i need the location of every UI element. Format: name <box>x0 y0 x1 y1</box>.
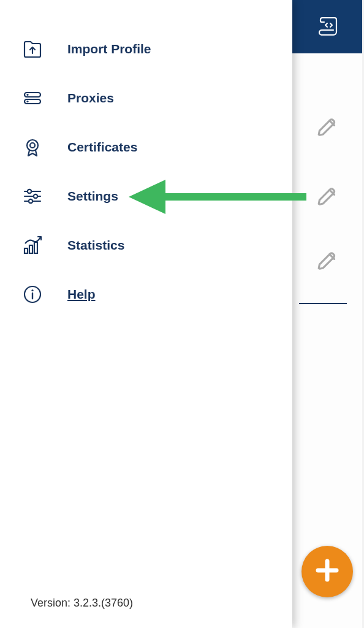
import-icon <box>21 37 44 61</box>
menu-item-label: Import Profile <box>67 42 151 56</box>
menu-item-label: Help <box>67 287 96 302</box>
svg-point-7 <box>30 143 35 148</box>
menu-item-proxies[interactable]: Proxies <box>0 74 292 123</box>
add-button[interactable] <box>301 546 353 597</box>
svg-point-4 <box>26 94 28 96</box>
background-panel <box>294 55 364 628</box>
svg-point-5 <box>26 101 28 102</box>
version-text: Version: 3.2.3.(3760) <box>31 597 133 610</box>
menu-item-certificates[interactable]: Certificates <box>0 123 292 172</box>
menu-item-help[interactable]: Help <box>0 270 292 319</box>
svg-rect-15 <box>29 245 32 253</box>
header-script-button[interactable] <box>292 0 364 53</box>
svg-point-9 <box>28 190 31 193</box>
plus-icon <box>313 556 341 587</box>
divider-line <box>299 303 347 304</box>
svg-point-11 <box>34 194 37 198</box>
settings-icon <box>21 185 44 208</box>
svg-point-13 <box>29 199 32 203</box>
edit-icon[interactable] <box>317 115 340 140</box>
svg-rect-16 <box>34 242 37 253</box>
statistics-icon <box>21 234 44 257</box>
menu-item-label: Settings <box>67 189 118 204</box>
svg-point-6 <box>27 140 38 151</box>
edit-icon[interactable] <box>317 248 340 274</box>
info-icon <box>21 283 44 306</box>
script-icon <box>317 14 340 40</box>
menu-item-statistics[interactable]: Statistics <box>0 221 292 270</box>
proxies-icon <box>21 86 44 110</box>
menu-list: Import Profile Proxies <box>0 25 292 319</box>
menu-item-settings[interactable]: Settings <box>0 172 292 221</box>
svg-point-19 <box>31 289 33 291</box>
navigation-drawer: Import Profile Proxies <box>0 0 292 628</box>
menu-item-label: Statistics <box>67 238 124 253</box>
svg-rect-14 <box>25 248 28 253</box>
menu-item-label: Proxies <box>67 91 114 105</box>
edit-icon[interactable] <box>317 184 340 210</box>
certificates-icon <box>21 136 44 159</box>
menu-item-import-profile[interactable]: Import Profile <box>0 25 292 74</box>
menu-item-label: Certificates <box>67 140 137 155</box>
